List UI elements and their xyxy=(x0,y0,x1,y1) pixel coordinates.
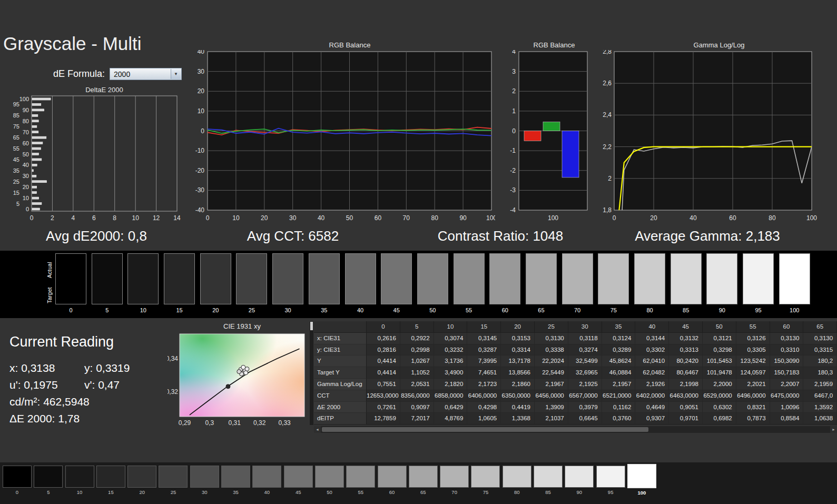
table-cell: 46,0884 xyxy=(602,367,636,379)
svg-text:100: 100 xyxy=(486,214,495,222)
swatch-label: 95 xyxy=(743,307,774,313)
gamma-chart-title: Gamma Log/Log xyxy=(599,41,826,50)
grayscale-swatch-100: 100 xyxy=(779,253,810,313)
scrollbar-thumb[interactable] xyxy=(322,427,648,432)
table-cell: 0,1162 xyxy=(602,402,636,413)
swatch-color xyxy=(671,253,702,304)
level-button-95[interactable]: 95 xyxy=(596,466,625,496)
table-cell: 6467,0 xyxy=(803,390,837,402)
chevron-down-icon[interactable]: ▼ xyxy=(171,69,181,79)
swatch-color xyxy=(200,253,231,304)
level-button-65[interactable]: 65 xyxy=(409,466,438,496)
level-button-30[interactable]: 30 xyxy=(190,466,219,496)
svg-text:60: 60 xyxy=(729,214,736,222)
scroll-left-arrow[interactable]: ◄ xyxy=(314,426,321,433)
svg-text:-30: -30 xyxy=(195,186,205,194)
svg-text:1: 1 xyxy=(512,107,516,115)
level-swatch xyxy=(627,464,656,488)
reading-value: ΔE 2000: 1,78 xyxy=(9,410,84,427)
swatch-label: 25 xyxy=(236,307,267,313)
rgb-balance-line-title: RGB Balance xyxy=(190,41,495,50)
table-cell: 180,3 xyxy=(803,367,837,379)
svg-text:80: 80 xyxy=(769,214,776,222)
swatch-color xyxy=(127,253,159,304)
swatch-color xyxy=(562,253,593,304)
svg-text:-4: -4 xyxy=(510,206,516,214)
level-button-15[interactable]: 15 xyxy=(96,466,125,496)
table-cell: 0,7261 xyxy=(367,402,400,413)
svg-text:80: 80 xyxy=(431,214,439,222)
svg-text:40: 40 xyxy=(690,214,697,222)
level-swatch xyxy=(190,466,219,488)
stat-avg-cct: Avg CCT: 6582 xyxy=(247,228,339,244)
table-cell: 0,6982 xyxy=(703,413,736,424)
swatch-color xyxy=(236,253,267,304)
rgb-balance-bar-title: RGB Balance xyxy=(505,41,593,50)
table-cell: 0,3121 xyxy=(703,333,736,344)
cie-chart-title: CIE 1931 xy xyxy=(180,322,304,331)
table-cell: 80,6467 xyxy=(669,367,703,379)
table-cell: 6456,0000 xyxy=(535,390,568,402)
grayscale-swatch-90: 90 xyxy=(706,253,737,313)
level-button-80[interactable]: 80 xyxy=(503,466,531,496)
table-cell: 0,3074 xyxy=(434,333,468,344)
bottom-bar: 0510152025303540455055606570758085909510… xyxy=(0,462,837,504)
scrollbar-thumb[interactable] xyxy=(310,322,313,330)
level-button-75[interactable]: 75 xyxy=(471,466,500,496)
svg-text:2: 2 xyxy=(608,175,612,182)
table-cell: 2,2000 xyxy=(703,379,736,390)
level-button-60[interactable]: 60 xyxy=(378,466,407,496)
reading-value: cd/m²: 462,5948 xyxy=(9,393,90,410)
svg-text:0,33: 0,33 xyxy=(278,419,291,427)
level-button-25[interactable]: 25 xyxy=(159,466,188,496)
level-button-70[interactable]: 70 xyxy=(440,466,469,496)
de-formula-dropdown[interactable]: 2000 ▼ xyxy=(110,68,182,80)
level-button-50[interactable]: 50 xyxy=(315,466,344,496)
level-label: 85 xyxy=(534,489,563,495)
svg-text:40: 40 xyxy=(23,162,29,168)
swatch-color xyxy=(779,253,810,304)
swatch-label: 20 xyxy=(200,307,231,313)
level-button-90[interactable]: 90 xyxy=(565,466,594,496)
table-cell: 2,1967 xyxy=(535,379,568,390)
table-vertical-scrollbar[interactable] xyxy=(310,321,313,425)
level-button-40[interactable]: 40 xyxy=(252,466,281,496)
table-col-header: 30 xyxy=(568,321,602,333)
table-cell: 12,7859 xyxy=(367,413,400,424)
level-swatch xyxy=(440,466,469,488)
reading-value: u': 0,1975 xyxy=(9,377,84,393)
svg-text:10: 10 xyxy=(198,107,205,115)
grayscale-swatch-30: 30 xyxy=(272,253,303,313)
svg-text:14: 14 xyxy=(173,214,181,222)
level-button-45[interactable]: 45 xyxy=(284,466,313,496)
table-horizontal-scrollbar[interactable]: ◄ ► xyxy=(314,426,837,433)
reading-line: u': 0,1975v': 0,47 xyxy=(9,377,130,393)
table-cell: 0,3305 xyxy=(736,344,770,356)
level-button-35[interactable]: 35 xyxy=(221,466,250,496)
svg-text:2: 2 xyxy=(51,214,54,222)
level-button-0[interactable]: 0 xyxy=(3,466,32,496)
level-button-20[interactable]: 20 xyxy=(127,466,156,496)
scroll-right-arrow[interactable]: ► xyxy=(830,426,837,433)
table-cell: 0,8321 xyxy=(736,402,770,413)
level-button-5[interactable]: 5 xyxy=(34,466,63,496)
level-button-10[interactable]: 10 xyxy=(65,466,94,496)
level-swatch xyxy=(284,466,313,488)
table-cell: 0,4414 xyxy=(367,367,400,379)
grayscale-swatch-75: 75 xyxy=(598,253,629,313)
table-row-label: ΔE 2000 xyxy=(314,402,367,413)
cie-chart-plot: 0,340,320,290,30,310,320,33 xyxy=(168,331,311,427)
svg-text:0,32: 0,32 xyxy=(253,419,266,427)
swatch-label: 10 xyxy=(127,307,159,313)
de-formula-value: 2000 xyxy=(114,70,130,78)
level-button-85[interactable]: 85 xyxy=(534,466,563,496)
table-cell: 6463,0000 xyxy=(669,390,703,402)
swatch-color xyxy=(381,253,412,304)
level-button-55[interactable]: 55 xyxy=(346,466,375,496)
level-label: 35 xyxy=(221,489,250,495)
svg-text:2: 2 xyxy=(512,87,516,95)
swatch-label: 30 xyxy=(272,307,303,313)
grayscale-swatch-strip: Actual Target 05101520253035404550556065… xyxy=(0,251,837,318)
level-button-100[interactable]: 100 xyxy=(627,466,656,496)
reading-line: cd/m²: 462,5948 xyxy=(9,393,130,410)
